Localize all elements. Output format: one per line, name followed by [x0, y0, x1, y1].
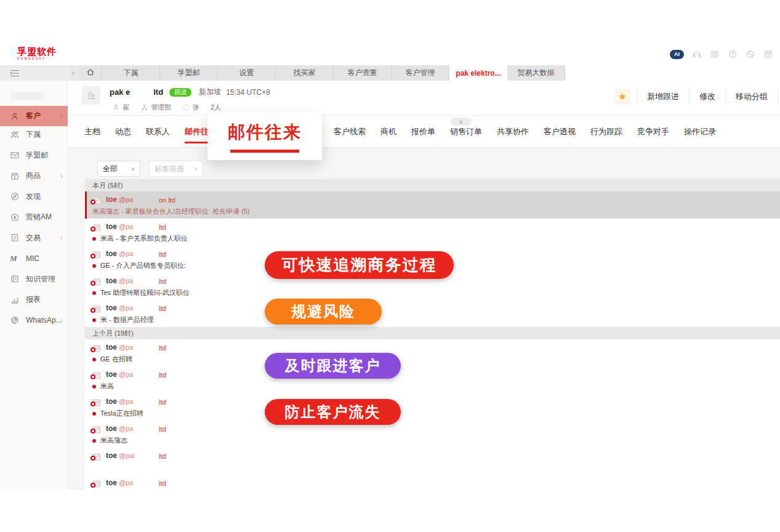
tab-客户查重[interactable]: 客户查重 — [334, 65, 392, 81]
knowledge-icon — [10, 274, 20, 284]
company-title-row: pak e ltd 跟进 新加坡 15:34 UTC+8 — [110, 87, 270, 97]
mail-sender: toe — [106, 195, 117, 204]
brand-subtitle: FUMASOFT — [17, 57, 57, 60]
action-button-新增跟进[interactable]: 新增跟进 — [637, 89, 689, 105]
mail-list-item[interactable]: toe@paltdGE 在招聘 — [85, 339, 780, 366]
tab-找买家[interactable]: 找买家 — [276, 65, 334, 81]
marketing-icon — [10, 212, 20, 222]
mail-subject: 米高 — [100, 382, 114, 391]
subtab-竞争对手[interactable]: 竞争对手 — [637, 122, 669, 143]
unread-dot-icon — [92, 358, 96, 361]
subtab-商机[interactable]: 商机 — [380, 122, 396, 143]
sidebar-item-知识管理[interactable]: 知识管理 — [0, 269, 68, 290]
sidebar-item-WhatsAp...[interactable]: WhatsAp...› — [0, 310, 68, 331]
mail-recipient: ltd — [159, 398, 166, 406]
sidebar-item-customers[interactable]: 客户 › — [0, 106, 68, 126]
no-disturb-icon[interactable] — [746, 49, 755, 59]
mail-list-item[interactable]: toe@paon ltd米高蒲志 - 家居板块合伙人/总经理职位: 抢先申请 (… — [85, 191, 780, 219]
tab-home[interactable] — [79, 65, 102, 81]
mail-sender-domain: @pa — [119, 425, 133, 432]
subtab-联系人[interactable]: 联系人 — [146, 122, 170, 143]
mail-sender: toe — [106, 222, 117, 231]
mail-row-header: toe@pa — [92, 249, 133, 258]
header-actions: 新增跟进修改移动分组放入回收站 — [637, 89, 780, 105]
tab-贸易大数据[interactable]: 贸易大数据 — [507, 65, 565, 81]
unread-dot-icon — [92, 385, 96, 389]
apps-grid-icon[interactable] — [710, 49, 720, 59]
help-icon[interactable] — [728, 49, 738, 59]
sidebar-item-下属[interactable]: 下属 — [0, 124, 68, 145]
tab-设置[interactable]: 设置 — [218, 65, 276, 81]
mail-list-item[interactable]: toe@palltd — [85, 448, 780, 475]
mail-recipient: ltd — [159, 278, 166, 285]
action-button-修改[interactable]: 修改 — [689, 89, 725, 105]
ai-assistant-icon[interactable]: AI — [670, 50, 684, 59]
mail-list-item[interactable]: toe@paltd米 - 数据产品经理 — [85, 300, 780, 327]
sidebar-collapse-bar[interactable] — [0, 65, 67, 81]
headset-icon[interactable] — [692, 49, 702, 59]
mail-sender-domain: @pa — [119, 344, 133, 351]
subtab-销售订单[interactable]: 销售订单 — [450, 122, 482, 143]
scope-filter-value: 全部 — [103, 164, 118, 174]
trade-icon — [10, 233, 20, 243]
mail-sender-domain: @pa — [119, 304, 133, 312]
mail-list-item[interactable]: toe@paltd — [85, 475, 780, 490]
subtab-共享协作[interactable]: 共享协作 — [497, 122, 529, 143]
person-icon — [112, 103, 120, 111]
sidebar-item-孚盟邮[interactable]: 孚盟邮 — [0, 145, 68, 166]
favorite-star-icon[interactable]: ★ — [614, 89, 630, 105]
tab-scroll-left-icon[interactable]: ‹ — [68, 65, 79, 81]
callout-pill: 及时跟进客户 — [265, 353, 401, 379]
sidebar: 客户 › 下属孚盟邮商品›发现营销AM交易›MMIC知识管理报表WhatsAp.… — [0, 65, 68, 490]
tab-下属[interactable]: 下属 — [102, 65, 160, 81]
mail-sender: toe — [106, 451, 117, 460]
sidebar-item-MIC[interactable]: MMIC — [0, 248, 68, 269]
tab-孚盟邮[interactable]: 孚盟邮 — [160, 65, 218, 81]
red-dot-badge — [90, 227, 95, 232]
subtab-行为跟踪[interactable]: 行为跟踪 — [590, 122, 622, 143]
mail-subject-line: 米高 - 客户关系部负责人职位 — [92, 234, 188, 243]
action-button-移动分组[interactable]: 移动分组 — [725, 89, 778, 105]
mail-unread-icon — [92, 398, 101, 405]
mail-list-item[interactable]: toe@paltd米高蒲志 — [85, 421, 780, 448]
sidebar-item-营销AM[interactable]: 营销AM — [0, 207, 68, 228]
sidebar-item-label: 商品 — [26, 171, 41, 181]
sidebar-item-发现[interactable]: 发现 — [0, 187, 68, 208]
tab-客户管理[interactable]: 客户管理 — [392, 65, 449, 81]
mail-row-header: toe@pa — [92, 424, 133, 433]
subtab-报价单[interactable]: 报价单 — [411, 122, 435, 143]
brand-name: 孚盟软件 — [17, 47, 57, 56]
subtab-主档[interactable]: 主档 — [84, 122, 100, 143]
subtab-客户线索[interactable]: 客户线索 — [334, 122, 366, 143]
chevron-right-icon: › — [60, 112, 63, 121]
sidebar-item-报表[interactable]: 报表 — [0, 289, 68, 310]
subtab-客户透视[interactable]: 客户透视 — [544, 122, 576, 143]
mail-unread-icon — [92, 344, 101, 351]
tab-pak elektro...[interactable]: pak elektro... — [449, 65, 507, 81]
mail-list-item[interactable]: toe@paltd米高 - 客户关系部负责人职位 — [85, 219, 780, 246]
tag-filter-select[interactable]: 标签筛选 ∨ — [149, 161, 203, 177]
scope-filter-select[interactable]: 全部 ∨ — [97, 161, 140, 177]
mail-list-item[interactable]: toe@paltd米高 — [85, 366, 780, 393]
sidebar-item-商品[interactable]: 商品› — [0, 166, 68, 187]
subtab-动态[interactable]: 动态 — [115, 122, 131, 143]
owner-name: 崔 — [123, 103, 129, 112]
mail-unread-icon — [92, 425, 101, 432]
sidebar-item-交易[interactable]: 交易› — [0, 228, 68, 249]
chevron-right-icon: › — [60, 316, 63, 324]
mail-recipient: ltd — [159, 305, 166, 312]
mail-subject: 米高蒲志 - 家居板块合伙人/总经理职位: 抢先申请 (5) — [92, 207, 249, 216]
mail-subject-line: Tes 助理特斯拉顾问-武汉职位 — [92, 288, 190, 297]
company-name: pak e — [110, 87, 130, 97]
mail-sender: toe — [106, 370, 117, 379]
red-dot-badge — [90, 401, 95, 406]
action-button-放入回收站[interactable]: 放入回收站 — [778, 89, 780, 105]
mail-sender-domain: @pa — [119, 371, 133, 378]
mail-list-item[interactable]: toe@paltdTesla正在招聘 — [85, 393, 780, 421]
mail-recipient: ltd — [159, 480, 166, 487]
calendar-icon[interactable]: 30 — [763, 49, 773, 59]
subtab-操作记录[interactable]: 操作记录 — [684, 122, 716, 143]
department-name: 管理部 — [151, 103, 171, 112]
callout-pill: 规避风险 — [265, 299, 382, 324]
mail-subject: Tesla正在招聘 — [100, 409, 143, 418]
